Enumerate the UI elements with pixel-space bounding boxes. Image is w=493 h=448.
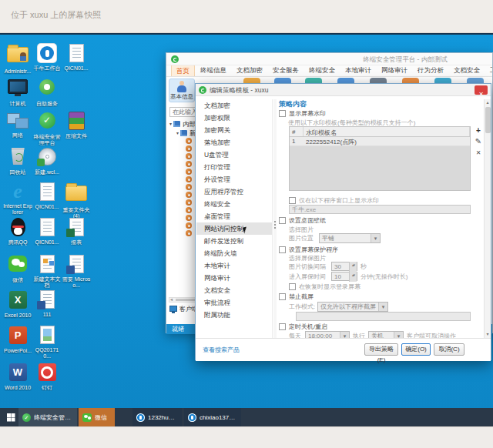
checkbox-icon[interactable] xyxy=(279,293,286,300)
nav-splitter[interactable] xyxy=(273,99,277,338)
scrollbar-thumb[interactable] xyxy=(176,299,196,301)
nav-item-email-control[interactable]: 邮件发送控制 xyxy=(196,235,272,247)
interval-spinner[interactable]: 30 xyxy=(331,262,357,271)
table-row[interactable]: 1 2222552412(点阵) xyxy=(290,137,470,146)
terminal-node-icon[interactable] xyxy=(186,230,192,236)
tab-terminal-info[interactable]: 终端信息 xyxy=(196,65,231,77)
tab-home[interactable]: 首页 xyxy=(171,65,195,77)
desktop-icon-qq[interactable]: 腾讯QQ xyxy=(3,217,32,246)
dialog-titlebar[interactable]: 编辑策略模板 - xuxu xyxy=(196,84,491,96)
desktop-icon-word-file[interactable]: 需要 Microso... xyxy=(62,254,91,289)
scroll-down-icon[interactable] xyxy=(485,331,491,338)
desktop-icon-internet-explorer[interactable]: Internet Explorer xyxy=(3,182,32,216)
desktop-icon-image-file[interactable]: QQ201710... xyxy=(32,325,62,359)
edit-pencil-icon[interactable] xyxy=(474,137,483,145)
main-window-titlebar[interactable]: 终端安全管理平台 - 内部测试 xyxy=(166,53,492,65)
terminal-node-icon[interactable] xyxy=(186,153,192,159)
terminal-node-icon[interactable] xyxy=(186,184,192,190)
only-programs-checkbox-row[interactable]: 仅在以下程序窗口上显示水印 xyxy=(289,196,379,205)
scroll-up-icon[interactable] xyxy=(485,99,491,106)
desktop-icon-wechat[interactable]: 微信 xyxy=(3,254,32,283)
add-icon[interactable] xyxy=(474,126,483,135)
desktop-icon-word-2010[interactable]: Word 2010 xyxy=(3,362,32,391)
workmode-dropdown[interactable]: 仅允许以下程序截屏 xyxy=(317,302,388,312)
terminal-node-icon[interactable] xyxy=(186,161,192,167)
desktop-icon-archive[interactable]: 压缩文件 xyxy=(62,111,91,139)
nav-item-website-access-control[interactable]: 网站访问控制 xyxy=(196,222,272,235)
toolbar-basic-info[interactable]: 基本信息 xyxy=(169,79,195,102)
export-policy-button[interactable]: 导出策略(E) xyxy=(364,343,398,356)
nav-item-approval-flow[interactable]: 审批流程 xyxy=(196,296,272,309)
desktop-icon-red-app[interactable]: 钉钉 xyxy=(32,362,62,391)
nav-item-encryption-gateway[interactable]: 加密网关 xyxy=(196,124,272,136)
tab-behavior-analysis[interactable]: 行为分析 xyxy=(413,65,448,77)
terminal-node-icon[interactable] xyxy=(186,138,192,144)
desktop-icon-qianniu-workbench[interactable]: 千牛工作台 xyxy=(32,43,62,72)
desktop-icon-self-service[interactable]: 自助服务 xyxy=(32,77,62,107)
tab-toolbox[interactable]: 工具箱 xyxy=(485,65,492,77)
expand-arrow-icon[interactable] xyxy=(169,121,172,126)
program-list-input[interactable] xyxy=(289,205,471,214)
terminal-node-icon[interactable] xyxy=(186,215,192,221)
tab-doc-encryption[interactable]: 文档加密 xyxy=(232,65,267,77)
terminal-node-icon[interactable] xyxy=(186,222,192,229)
checkbox-icon[interactable] xyxy=(289,197,296,204)
nav-item-local-audit[interactable]: 本地审计 xyxy=(196,259,272,272)
tab-terminal-security[interactable]: 终端安全 xyxy=(304,65,340,77)
tab-network-audit[interactable]: 网络审计 xyxy=(377,65,412,77)
checkbox-icon[interactable] xyxy=(289,283,296,290)
nav-item-auxiliary-functions[interactable]: 附属功能 xyxy=(196,309,272,321)
desktop-icon-security-platform[interactable]: 终端安全管理平台 xyxy=(32,111,62,146)
terminal-node-icon[interactable] xyxy=(186,145,192,152)
ok-button[interactable]: 确定(O) xyxy=(401,343,431,356)
desktop-icon-text-file-2[interactable]: QICN01... xyxy=(32,182,62,210)
nav-item-print-management[interactable]: 打印管理 xyxy=(196,161,272,173)
taskbar-task-qianniu-1[interactable]: 1232huo-接待中心 xyxy=(132,408,182,426)
terminal-node-icon[interactable] xyxy=(186,192,192,198)
no-screenshot-checkbox-row[interactable]: 禁止截屏 xyxy=(279,293,314,301)
nav-item-landing-encryption[interactable]: 落地加密 xyxy=(196,136,272,149)
desktop-icon-word-file-111[interactable]: 111 xyxy=(32,289,62,318)
watermark-template-table[interactable]: # 水印模板名 1 2222552412(点阵) xyxy=(289,126,471,191)
content-scrollbar[interactable] xyxy=(484,99,491,338)
screenshot-program-input[interactable] xyxy=(296,312,471,321)
show-watermark-checkbox-row[interactable]: 显示屏幕水印 xyxy=(279,109,326,118)
desktop-icon-important-folder[interactable]: 重要文件夹(4) xyxy=(62,182,91,219)
desktop-icon-powerpoint[interactable]: PowerPoi... xyxy=(3,325,32,354)
set-wallpaper-checkbox-row[interactable]: 设置桌面壁纸 xyxy=(279,216,326,225)
taskbar-task-wechat[interactable]: 微信 xyxy=(79,408,115,426)
desktop-icon-recycle-bin[interactable]: 回收站 xyxy=(3,146,32,176)
footer-link[interactable]: 查看搜索产品 xyxy=(203,346,240,354)
checkbox-icon[interactable] xyxy=(279,217,286,224)
desktop-icon-network[interactable]: 网络 xyxy=(3,111,32,139)
checkbox-icon[interactable] xyxy=(279,110,286,117)
nav-item-network-audit[interactable]: 网络审计 xyxy=(196,272,272,284)
desktop-icon-excel-2010[interactable]: Excel 2010 xyxy=(3,289,32,319)
nav-item-peripheral-management[interactable]: 外设管理 xyxy=(196,173,272,186)
taskbar-task-security-platform[interactable]: 终端安全管理平台 ... xyxy=(18,408,77,426)
taskbar-task-qianniu-2[interactable]: chixiao137304-接... xyxy=(184,408,241,426)
desktop-icon-administrator[interactable]: Administr... xyxy=(3,43,32,75)
nav-item-encryption-permission[interactable]: 加密权限 xyxy=(196,112,272,124)
nav-item-application-control[interactable]: 应用程序管控 xyxy=(196,186,272,198)
nav-item-terminal-firewall[interactable]: 终端防火墙 xyxy=(196,247,272,259)
desktop-icon-computer[interactable]: 计算机 xyxy=(3,77,32,107)
tab-doc-security[interactable]: 文档安全 xyxy=(449,65,485,77)
terminal-node-icon[interactable] xyxy=(186,207,192,213)
checkbox-icon[interactable] xyxy=(279,246,286,253)
delete-icon[interactable] xyxy=(474,148,483,156)
desktop-icon-text-file-3[interactable]: QICN01... xyxy=(32,217,62,246)
set-screensaver-checkbox-row[interactable]: 设置屏幕保护程序 xyxy=(279,246,338,254)
client-panel-tab[interactable]: 客户端 xyxy=(169,305,198,314)
terminal-node-icon[interactable] xyxy=(186,169,192,175)
tab-security-service[interactable]: 安全服务 xyxy=(268,65,304,77)
cancel-button[interactable]: 取消(C) xyxy=(434,343,464,356)
nav-item-doc-security[interactable]: 文档安全 xyxy=(196,284,272,296)
desktop-icon-excel-file[interactable]: 报表 xyxy=(62,217,91,246)
tab-local-audit[interactable]: 本地审计 xyxy=(340,65,376,77)
nav-item-terminal-security[interactable]: 终端安全 xyxy=(196,198,272,210)
desktop-icon-new-text-doc[interactable]: 新建文本文档 xyxy=(32,254,62,289)
terminal-node-icon[interactable] xyxy=(186,176,192,182)
expand-arrow-icon[interactable] xyxy=(176,130,179,135)
desktop-icon-text-file[interactable]: QICN01... xyxy=(62,43,91,72)
